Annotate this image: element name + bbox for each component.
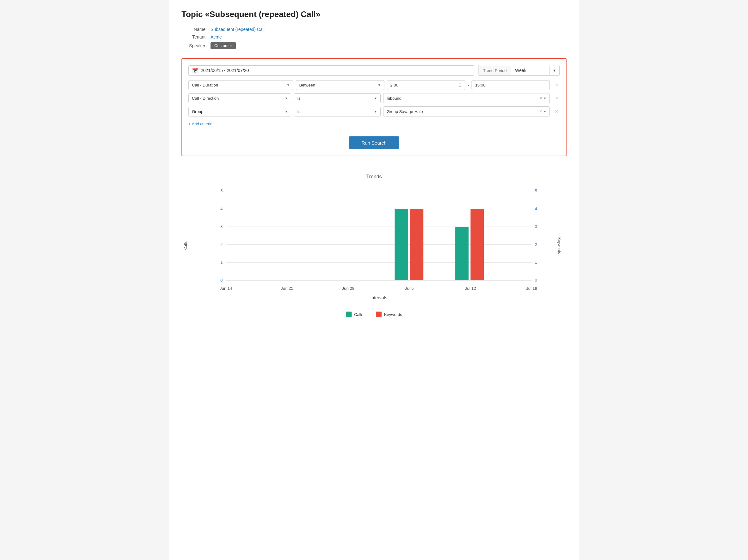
chart-svg: 5 4 3 2 1 0 5 4 3 2 1 0 Jun 14 [201,185,551,306]
filter-field-duration-arrow-icon: ▼ [286,83,290,87]
info-row-tenant: Tenant: Acme [182,34,566,40]
svg-text:4: 4 [220,206,223,211]
svg-text:0: 0 [220,278,223,282]
date-range-text: 2021/06/15 - 2021/07/20 [201,68,249,73]
info-row-name: Name: Subsequent (repeated) Call [182,27,566,32]
svg-text:Intervals: Intervals [370,295,387,300]
chart-section: Trends Calls Keywords 5 [182,168,566,324]
svg-text:5: 5 [535,188,537,193]
tenant-value: Acme [211,34,222,40]
add-criteria-link[interactable]: + Add criteria [188,120,560,131]
legend-label-keywords: Keywords [384,312,402,317]
info-row-speaker: Speaker: Customer [182,42,566,49]
svg-text:2: 2 [220,242,223,247]
svg-text:3: 3 [220,224,223,229]
filter-field-group[interactable]: Group ▼ [188,107,291,116]
svg-text:0: 0 [535,278,537,282]
filter-remove-group-icon[interactable]: × [554,107,560,116]
run-search-button[interactable]: Run Search [349,136,399,149]
chart-container: Calls Keywords 5 4 3 [185,185,563,306]
chart-legend: Calls Keywords [182,311,566,317]
filter-remove-direction-icon[interactable]: × [554,94,560,103]
filter-field-duration[interactable]: Call - Duration ▼ [188,80,293,90]
legend-box-calls [346,311,352,317]
duration-from-field[interactable]: 2:00 ☷ [387,80,465,90]
calendar-icon: 📅 [192,68,198,74]
filter-operator-direction-text: Is [297,96,372,101]
svg-text:1: 1 [535,260,537,264]
svg-text:1: 1 [220,260,223,264]
filter-operator-between[interactable]: Between ▼ [296,80,384,90]
legend-item-keywords: Keywords [376,311,402,317]
page-container: Topic «Subsequent (repeated) Call» Name:… [169,0,579,560]
svg-text:Jul 19: Jul 19 [526,286,537,291]
svg-text:Jun 28: Jun 28 [342,286,354,291]
filter-field-group-text: Group [192,109,282,114]
duration-range: 2:00 ☷ - 15:00 [387,80,550,90]
search-top-row: 📅 2021/06/15 - 2021/07/20 Trend Period W… [188,65,560,76]
filter-field-direction[interactable]: Call - Direction ▼ [188,93,291,103]
svg-text:5: 5 [220,188,223,193]
filter-value-group-text: Group Savage-Hale [387,109,537,114]
filter-field-direction-text: Call - Direction [192,96,282,101]
duration-separator: - [468,83,469,88]
filter-value-group-arrow-icon[interactable]: ▼ [543,110,547,113]
filter-field-group-arrow-icon: ▼ [285,110,288,113]
add-criteria-text: + Add criteria [188,121,212,126]
run-search-container: Run Search [188,136,560,149]
svg-text:3: 3 [535,224,537,229]
filter-operator-between-text: Between [299,83,375,88]
legend-box-keywords [376,311,381,317]
tenant-label: Tenant: [182,34,207,40]
filter-value-direction-clear-icon[interactable]: × [539,96,542,101]
svg-text:Jun 14: Jun 14 [220,286,232,291]
trend-period-value: Week [511,65,549,75]
name-label: Name: [182,27,207,32]
chart-title: Trends [182,174,566,180]
filter-operator-between-arrow-icon: ▼ [378,83,381,87]
filter-operator-direction-arrow-icon: ▼ [374,97,377,100]
filter-row-group: Group ▼ Is ▼ Group Savage-Hale × ▼ × [188,107,560,116]
trend-period-label: Trend Period [478,66,511,75]
filter-field-direction-arrow-icon: ▼ [285,97,288,100]
filter-value-group-clear-icon[interactable]: × [539,109,542,114]
filter-row-duration: Call - Duration ▼ Between ▼ 2:00 ☷ - 15:… [188,80,560,90]
trend-period-arrow-icon[interactable]: ▼ [549,66,559,75]
legend-item-calls: Calls [346,311,363,317]
filter-operator-direction[interactable]: Is ▼ [294,93,381,103]
bar-jul12-keywords [471,209,484,280]
filter-value-direction-text: Inbound [387,96,537,101]
filter-operator-group-text: Is [297,109,372,114]
trend-period-selector[interactable]: Trend Period Week ▼ [478,65,560,76]
date-range-input[interactable]: 📅 2021/06/15 - 2021/07/20 [188,65,474,76]
bar-jul12-calls [455,227,468,280]
svg-text:Jul 5: Jul 5 [405,286,414,291]
svg-text:Jul 12: Jul 12 [465,286,476,291]
y-axis-right-label: Keywords [557,237,562,254]
bar-jul5-calls [395,209,408,280]
duration-to-text: 15:00 [475,83,546,88]
legend-label-calls: Calls [354,312,363,317]
filter-value-direction-arrow-icon[interactable]: ▼ [543,97,547,100]
filter-value-direction[interactable]: Inbound × ▼ [383,93,550,103]
page-title: Topic «Subsequent (repeated) Call» [182,9,566,19]
info-section: Name: Subsequent (repeated) Call Tenant:… [182,27,566,49]
search-panel: 📅 2021/06/15 - 2021/07/20 Trend Period W… [182,58,566,156]
filter-row-direction: Call - Direction ▼ Is ▼ Inbound × ▼ × [188,93,560,103]
filter-field-duration-text: Call - Duration [192,83,284,88]
y-axis-left-label: Calls [183,241,188,250]
svg-text:4: 4 [535,206,537,211]
filter-operator-group-arrow-icon: ▼ [374,110,377,113]
filter-operator-group[interactable]: Is ▼ [294,107,381,116]
filter-remove-duration-icon[interactable]: × [554,80,560,90]
filter-value-group[interactable]: Group Savage-Hale × ▼ [383,107,550,116]
name-value: Subsequent (repeated) Call [211,27,264,32]
duration-from-text: 2:00 [391,83,458,88]
svg-text:2: 2 [535,242,537,247]
bar-jul5-keywords [410,209,423,280]
svg-text:Jun 21: Jun 21 [281,286,293,291]
duration-to-field[interactable]: 15:00 [471,80,550,90]
speaker-label: Speaker: [182,43,207,48]
duration-from-icon: ☷ [458,83,462,88]
speaker-badge: Customer [211,42,236,49]
